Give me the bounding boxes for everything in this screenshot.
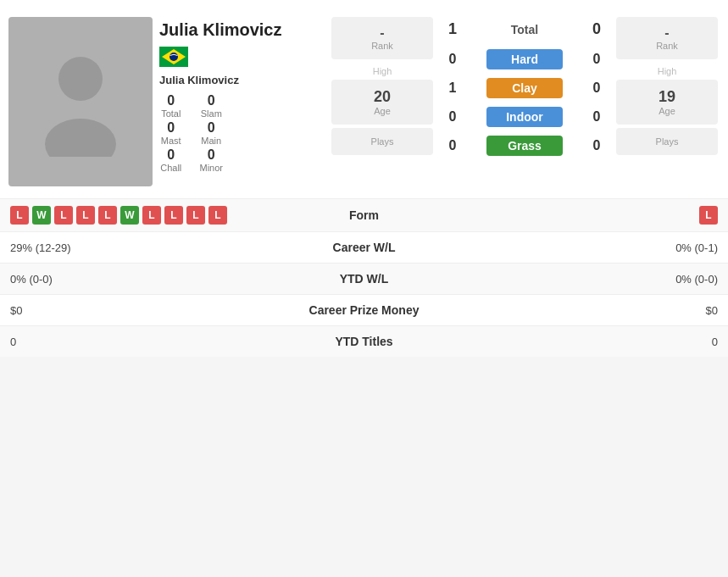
surface-clay-row: 1 Clay 0 bbox=[440, 74, 609, 103]
right-ytd-titles: 0 bbox=[449, 336, 719, 348]
prize-money-label: Career Prize Money bbox=[280, 303, 449, 317]
form-badge-l4: L bbox=[98, 206, 117, 225]
left-chall-stat: 0 Chall bbox=[159, 147, 183, 173]
surface-indoor-row: 0 Indoor 0 bbox=[440, 103, 609, 131]
right-ytd-wl: 0% (0-0) bbox=[449, 273, 719, 286]
prize-money-row: $0 Career Prize Money $0 bbox=[0, 295, 728, 326]
player-comparison: Julia Klimovicz Julia Klimovicz 0 Total bbox=[0, 8, 728, 195]
form-badge-l6: L bbox=[164, 206, 183, 225]
form-label: Form bbox=[297, 208, 432, 222]
left-minor-stat: 0 Minor bbox=[200, 147, 224, 173]
right-high-label: High bbox=[616, 63, 718, 80]
left-ytd-wl: 0% (0-0) bbox=[10, 273, 280, 286]
right-prize-money: $0 bbox=[449, 304, 719, 317]
svg-point-4 bbox=[169, 53, 178, 61]
form-badge-l2: L bbox=[54, 206, 73, 225]
ytd-wl-label: YTD W/L bbox=[280, 272, 449, 286]
right-career-wl: 0% (0-1) bbox=[449, 241, 719, 254]
left-side-card: - Rank High 20 Age Plays bbox=[331, 17, 433, 186]
left-career-wl: 29% (12-29) bbox=[10, 241, 280, 254]
left-prize-money: $0 bbox=[10, 304, 280, 317]
left-slam-stat: 0 Slam bbox=[200, 93, 224, 119]
left-ytd-titles: 0 bbox=[10, 336, 280, 348]
bottom-section: L W L L L W L L L L Form L 29% (12-29) C… bbox=[0, 198, 728, 357]
left-player-name: Julia Klimovicz bbox=[159, 17, 282, 45]
form-badge-l3: L bbox=[76, 206, 95, 225]
form-badge-w2: W bbox=[120, 206, 139, 225]
left-player-photo bbox=[8, 17, 153, 186]
right-form-badges: L bbox=[432, 206, 719, 225]
career-wl-row: 29% (12-29) Career W/L 0% (0-1) bbox=[0, 232, 728, 264]
form-badge-l7: L bbox=[186, 206, 205, 225]
form-badge-w1: W bbox=[32, 206, 51, 225]
center-panel: 1 Total 0 0 Hard 0 1 Clay 0 0 Indoor bbox=[440, 17, 609, 186]
main-container: Julia Klimovicz Julia Klimovicz 0 Total bbox=[0, 0, 728, 357]
form-badge-l1: L bbox=[10, 206, 29, 225]
form-badge-l5: L bbox=[142, 206, 161, 225]
left-total-stat: 0 Total bbox=[159, 93, 183, 119]
ytd-titles-row: 0 YTD Titles 0 bbox=[0, 326, 728, 357]
left-main-stat-with-trophy: 0 Main bbox=[200, 120, 224, 146]
form-badge-l8: L bbox=[208, 206, 227, 225]
surface-rows: 0 Hard 0 1 Clay 0 0 Indoor 0 0 Grass bbox=[440, 45, 609, 160]
total-row: 1 Total 0 bbox=[440, 17, 609, 45]
svg-point-0 bbox=[58, 57, 103, 101]
surface-grass-row: 0 Grass 0 bbox=[440, 131, 609, 160]
surface-hard-row: 0 Hard 0 bbox=[440, 45, 609, 74]
form-row: L W L L L W L L L L Form L bbox=[0, 199, 728, 232]
svg-point-1 bbox=[45, 119, 116, 157]
left-form-badges: L W L L L W L L L L bbox=[10, 206, 297, 225]
career-wl-label: Career W/L bbox=[280, 241, 449, 254]
form-badge-r-l1: L bbox=[699, 206, 718, 225]
left-stats-grid: 0 Total 0 Slam 0 Mast 0 Main 0 bbox=[159, 93, 223, 173]
right-side-card: - Rank High 19 Age Plays bbox=[616, 17, 718, 186]
left-high-label: High bbox=[331, 63, 433, 80]
left-player-sub-name: Julia Klimovicz bbox=[159, 74, 239, 86]
brazil-flag-icon bbox=[159, 47, 188, 67]
left-flag-row bbox=[159, 45, 188, 74]
left-mast-stat: 0 Mast bbox=[159, 120, 183, 146]
ytd-titles-label: YTD Titles bbox=[280, 335, 449, 348]
ytd-wl-row: 0% (0-0) YTD W/L 0% (0-0) bbox=[0, 264, 728, 295]
